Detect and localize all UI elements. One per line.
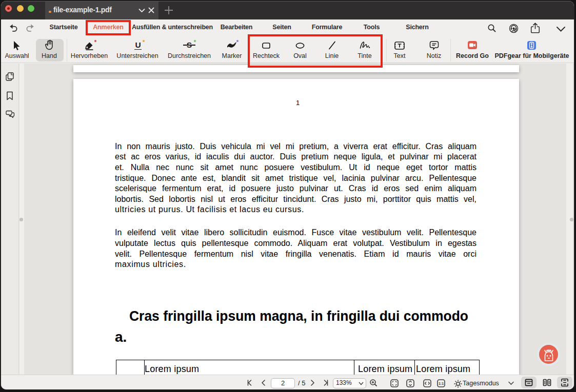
svg-text:1:1: 1:1 (438, 382, 443, 385)
